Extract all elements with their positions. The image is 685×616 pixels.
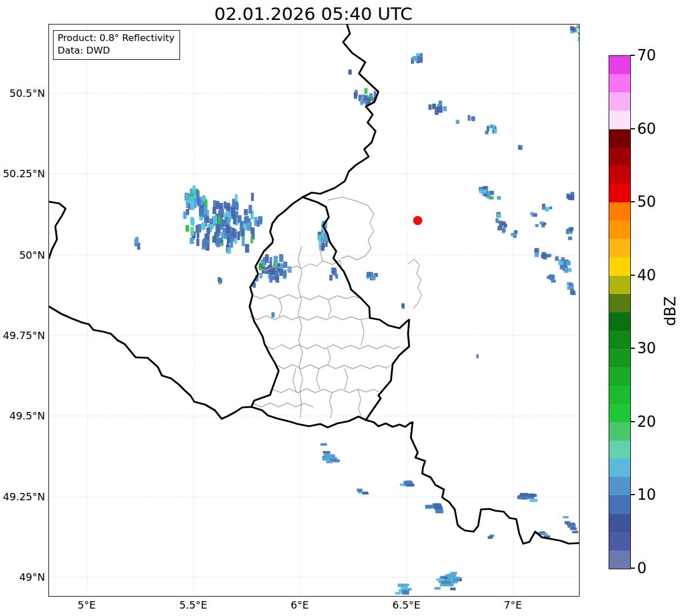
radar-echo-bin bbox=[185, 193, 189, 201]
x-tick-label: 5.5°E bbox=[165, 599, 222, 611]
radar-echo-bin bbox=[323, 451, 330, 454]
radar-echo-bin bbox=[513, 232, 516, 236]
radar-echo-bin bbox=[227, 218, 230, 225]
colorbar-tick-mark bbox=[630, 275, 635, 276]
country-border bbox=[251, 407, 366, 427]
radar-echo-bin bbox=[320, 443, 327, 446]
admin-border bbox=[316, 369, 320, 389]
radar-echo-bin bbox=[417, 56, 421, 61]
y-tick-label: 50.25°N bbox=[0, 168, 45, 180]
radar-echo-bin bbox=[251, 193, 254, 201]
admin-border bbox=[250, 316, 370, 320]
radar-echo-bin bbox=[401, 586, 408, 589]
radar-echo-bin bbox=[555, 256, 559, 261]
radar-echo-bin bbox=[371, 275, 376, 280]
radar-echo-bin bbox=[364, 95, 368, 101]
radar-echo-bin bbox=[432, 104, 436, 109]
radar-echo-bin bbox=[568, 268, 572, 272]
radar-echo-bin bbox=[334, 270, 336, 276]
colorbar-segment bbox=[609, 129, 630, 148]
radar-echo-bin bbox=[275, 270, 279, 276]
radar-echo-bin bbox=[497, 196, 501, 199]
colorbar-segment bbox=[609, 74, 630, 92]
radar-echo-bin bbox=[568, 195, 572, 200]
radar-echo-bin bbox=[450, 572, 457, 575]
radar-echo-bin bbox=[324, 454, 333, 458]
radar-echo-bin bbox=[566, 261, 570, 266]
radar-echo-bin bbox=[237, 231, 240, 240]
radar-echo-bin bbox=[535, 252, 539, 257]
colorbar-segment bbox=[609, 258, 630, 276]
radar-echo-bin bbox=[451, 580, 458, 583]
radar-echo-bin bbox=[564, 268, 568, 273]
radar-echo-bin bbox=[318, 235, 321, 242]
x-tick-label: 6°E bbox=[271, 599, 328, 611]
admin-border bbox=[264, 345, 399, 349]
colorbar-tick-label: 10 bbox=[637, 487, 656, 503]
radar-echo-bin bbox=[197, 200, 201, 207]
country-border bbox=[49, 307, 251, 419]
radar-echo-bin bbox=[270, 257, 272, 263]
radar-echo-bin bbox=[540, 222, 543, 225]
radar-echo-bin bbox=[570, 26, 574, 30]
colorbar-tick-mark bbox=[630, 128, 635, 129]
colorbar-tick-mark bbox=[630, 348, 635, 349]
radar-echo-bin bbox=[196, 239, 199, 246]
map-canvas bbox=[49, 25, 579, 596]
x-tick-label: 6.5°E bbox=[378, 599, 435, 611]
radar-echo-bin bbox=[570, 528, 577, 531]
admin-border bbox=[253, 403, 313, 407]
colorbar-segment bbox=[609, 239, 630, 257]
radar-echo-bin bbox=[238, 215, 242, 223]
radar-echo-bin bbox=[541, 533, 548, 535]
radar-echo-bin bbox=[197, 232, 199, 238]
radar-echo-bin bbox=[245, 244, 249, 252]
radar-echo-bin bbox=[219, 279, 222, 283]
radar-echo-bin bbox=[437, 578, 445, 581]
radar-echo-bin bbox=[206, 217, 209, 223]
colorbar-segment bbox=[609, 404, 630, 422]
y-tick-label: 50°N bbox=[0, 249, 45, 261]
radar-echo-bin bbox=[533, 213, 537, 217]
y-tick-label: 49.25°N bbox=[0, 491, 45, 503]
radar-echo-bin bbox=[402, 304, 405, 309]
radar-echo-bin bbox=[476, 354, 479, 358]
colorbar-segment bbox=[609, 514, 630, 532]
admin-border bbox=[272, 389, 378, 393]
colorbar-segment bbox=[609, 331, 630, 349]
radar-echo-bin bbox=[223, 221, 226, 227]
radar-echo-bin bbox=[235, 194, 238, 202]
radar-echo-bin bbox=[215, 223, 219, 232]
radar-site-marker bbox=[413, 216, 422, 225]
radar-echo-bin bbox=[485, 130, 488, 134]
colorbar-tick-label: 0 bbox=[637, 560, 647, 576]
radar-echo-bin bbox=[406, 480, 412, 484]
colorbar-segment bbox=[609, 92, 630, 111]
colorbar-tick-mark bbox=[630, 55, 635, 56]
radar-echo-bin bbox=[216, 238, 220, 247]
radar-echo-bin bbox=[504, 223, 507, 227]
radar-echo-bin bbox=[233, 215, 237, 225]
admin-border bbox=[279, 299, 282, 316]
radar-echo-bin bbox=[198, 224, 202, 232]
colorbar-segment bbox=[609, 349, 630, 367]
colorbar-segment bbox=[609, 440, 630, 459]
data-source-line: Data: DWD bbox=[58, 44, 174, 57]
colorbar-tick-label: 30 bbox=[637, 340, 656, 356]
radar-echo-bin bbox=[213, 207, 217, 214]
colorbar-segment bbox=[609, 294, 630, 312]
radar-figure: 02.01.2026 05:40 UTC Product: 0.8° Refle… bbox=[0, 0, 685, 616]
admin-border bbox=[361, 320, 364, 345]
colorbar-segment bbox=[609, 184, 630, 202]
radar-echo-bin bbox=[558, 261, 564, 265]
admin-border bbox=[293, 369, 296, 393]
colorbar-tick-label: 60 bbox=[637, 121, 656, 137]
radar-echo-bin bbox=[547, 276, 551, 279]
radar-echo-bin bbox=[360, 98, 364, 105]
radar-echo-bin bbox=[489, 196, 494, 199]
radar-echo-bin bbox=[260, 273, 263, 278]
country-border bbox=[49, 202, 66, 258]
radar-echo-bin bbox=[224, 202, 227, 209]
radar-echo-bin bbox=[183, 211, 186, 219]
radar-echo-bin bbox=[570, 288, 574, 293]
